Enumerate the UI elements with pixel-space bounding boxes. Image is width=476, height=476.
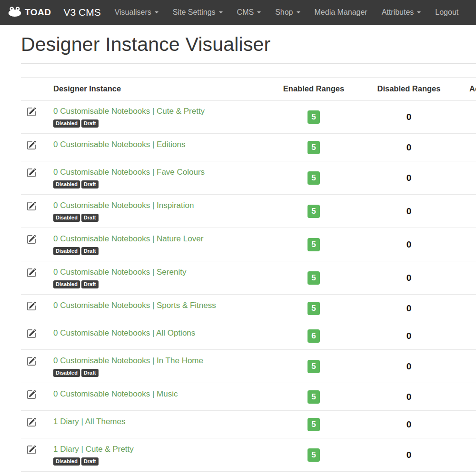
table-row: 0 Customisable Notebooks | Serenity Disa… [21,261,476,295]
table-row: 1 Diary | Editions 5 0 [21,472,476,476]
edit-cell [21,228,50,261]
instance-link[interactable]: 0 Customisable Notebooks | Editions [53,139,186,150]
toad-logo-icon [8,6,22,19]
chevron-down-icon [417,11,421,13]
edit-pencil-icon[interactable] [27,329,36,338]
edit-pencil-icon[interactable] [27,357,36,366]
enabled-count-badge: 5 [307,271,319,285]
status-badge: Disabled [53,247,80,255]
instance-link[interactable]: 0 Customisable Notebooks | Fave Colours [53,167,205,178]
nav-item-site-settings[interactable]: Site Settings [166,4,230,20]
instance-cell: 0 Customisable Notebooks | Fave Colours … [50,161,264,195]
instance-cell: 0 Customisable Notebooks | Inspiration D… [50,195,264,228]
instance-link[interactable]: 0 Customisable Notebooks | Music [53,389,178,399]
instance-link[interactable]: 0 Customisable Notebooks | Cute & Pretty [53,106,205,117]
enabled-ranges-cell: 5 [264,261,364,295]
enabled-ranges-cell: 5 [264,472,364,476]
disabled-ranges-cell: 0 [364,100,454,134]
app-title[interactable]: V3 CMS [63,7,100,18]
instance-cell: 0 Customisable Notebooks | In The Home D… [50,350,264,383]
enabled-ranges-cell: 6 [264,322,364,350]
table-header-row: Designer Instance Enabled Ranges Disable… [21,78,476,100]
enabled-count-badge: 5 [307,205,319,218]
edit-pencil-icon[interactable] [27,235,36,244]
edit-pencil-icon[interactable] [27,268,36,278]
page-container: Designer Instance Visualiser Designer In… [0,33,476,476]
enabled-count-badge: 5 [307,418,319,431]
instance-link[interactable]: 0 Customisable Notebooks | Inspiration [53,200,194,211]
edit-pencil-icon[interactable] [27,201,36,211]
status-badges: DisabledDraft [53,279,260,288]
nav-item-label: Visualisers [115,8,151,17]
edit-pencil-icon[interactable] [27,445,36,455]
nav-item-label: Media Manager [315,8,367,17]
edit-cell [21,161,50,195]
status-badges: DisabledDraft [53,246,260,255]
edit-pencil-icon[interactable] [27,417,36,427]
table-row: 0 Customisable Notebooks | Inspiration D… [21,195,476,228]
enabled-ranges-cell: 5 [264,295,364,322]
instance-link[interactable]: 1 Diary | Cute & Pretty [53,444,134,455]
header-actions: Actions [454,78,476,100]
table-row: 1 Diary | Cute & Pretty DisabledDraft 5 … [21,438,476,472]
chevron-down-icon [297,11,300,13]
disabled-ranges-cell: 0 [364,228,454,261]
nav-item-label: CMS [237,8,254,17]
enabled-ranges-cell: 5 [264,383,364,411]
enabled-ranges-cell: 5 [264,411,364,438]
nav-item-shop[interactable]: Shop [268,4,307,20]
enabled-ranges-cell: 5 [264,134,364,161]
instance-cell: 1 Diary | Cute & Pretty DisabledDraft [50,438,264,472]
table-row: 0 Customisable Notebooks | Nature Lover … [21,228,476,261]
edit-pencil-icon[interactable] [27,168,36,178]
disabled-ranges-cell: 0 [364,195,454,228]
table-row: 0 Customisable Notebooks | Music 5 0 [21,383,476,411]
instance-link[interactable]: 0 Customisable Notebooks | All Options [53,328,195,338]
edit-cell [21,472,50,476]
status-badges: DisabledDraft [53,119,260,128]
chevron-down-icon [257,11,261,13]
disabled-count: 0 [407,173,412,183]
edit-pencil-icon[interactable] [27,140,36,150]
instance-link[interactable]: 0 Customisable Notebooks | Serenity [53,267,186,278]
disabled-ranges-cell: 0 [364,134,454,161]
enabled-ranges-cell: 5 [264,438,364,472]
header-disabled-ranges: Disabled Ranges [364,78,454,100]
actions-cell [454,228,476,261]
disabled-count: 0 [407,303,412,313]
nav-item-media-manager[interactable]: Media Manager [307,4,375,20]
instance-cell: 0 Customisable Notebooks | Sports & Fitn… [50,295,264,322]
edit-pencil-icon[interactable] [27,301,36,311]
enabled-ranges-cell: 5 [264,100,364,134]
nav-item-logout[interactable]: Logout [428,4,466,20]
instance-cell: 0 Customisable Notebooks | Editions [50,134,264,161]
status-badge: Draft [81,214,99,222]
brand-text: TOAD [25,7,51,18]
disabled-count: 0 [407,142,412,152]
header-enabled-ranges: Enabled Ranges [264,78,364,100]
instance-cell: 0 Customisable Notebooks | Nature Lover … [50,228,264,261]
edit-pencil-icon[interactable] [27,107,36,117]
instance-link[interactable]: 1 Diary | All Themes [53,416,126,427]
instance-link[interactable]: 0 Customisable Notebooks | In The Home [53,356,203,366]
edit-cell [21,438,50,472]
edit-cell [21,350,50,383]
enabled-ranges-cell: 5 [264,161,364,195]
disabled-count: 0 [407,112,412,122]
actions-cell [454,472,476,476]
nav-item-cms[interactable]: CMS [230,4,268,20]
nav-item-visualisers[interactable]: Visualisers [108,4,166,20]
nav-item-attributes[interactable]: Attributes [375,4,428,20]
actions-cell [454,261,476,295]
edit-pencil-icon[interactable] [27,390,36,399]
status-badge: Draft [81,180,99,188]
instance-cell: 1 Diary | All Themes [50,411,264,438]
title-divider [21,63,476,64]
instance-link[interactable]: 0 Customisable Notebooks | Nature Lover [53,234,203,244]
instance-link[interactable]: 0 Customisable Notebooks | Sports & Fitn… [53,300,216,311]
designer-instance-table: Designer Instance Enabled Ranges Disable… [21,77,476,476]
actions-cell [454,350,476,383]
disabled-ranges-cell: 0 [364,350,454,383]
brand-link[interactable]: TOAD [8,6,51,19]
disabled-ranges-cell: 0 [364,472,454,476]
